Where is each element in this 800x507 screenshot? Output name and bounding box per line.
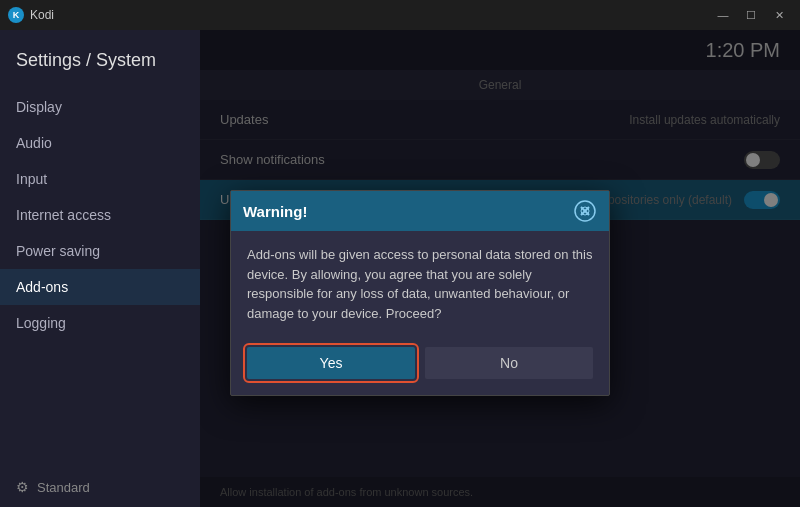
maximize-button[interactable]: ☐ (738, 5, 764, 25)
sidebar-item-internet-access[interactable]: Internet access (0, 197, 200, 233)
sidebar-item-display[interactable]: Display (0, 89, 200, 125)
titlebar: K Kodi — ☐ ✕ (0, 0, 800, 30)
content-area: 1:20 PM General Updates Install updates … (200, 30, 800, 507)
dialog-header: Warning! (231, 191, 609, 231)
dialog-title: Warning! (243, 203, 307, 220)
minimize-button[interactable]: — (710, 5, 736, 25)
warning-dialog: Warning! Add-ons will be given access to… (230, 190, 610, 396)
app-title: Kodi (30, 8, 704, 22)
main-container: Settings / System Display Audio Input In… (0, 30, 800, 507)
kodi-dialog-icon (573, 199, 597, 223)
app-icon: K (8, 7, 24, 23)
window-controls: — ☐ ✕ (710, 5, 792, 25)
gear-icon: ⚙ (16, 479, 29, 495)
sidebar-item-logging[interactable]: Logging (0, 305, 200, 341)
page-title: Settings / System (0, 40, 200, 89)
sidebar-item-power-saving[interactable]: Power saving (0, 233, 200, 269)
sidebar-item-input[interactable]: Input (0, 161, 200, 197)
standard-level-button[interactable]: ⚙ Standard (0, 467, 200, 507)
sidebar-item-audio[interactable]: Audio (0, 125, 200, 161)
close-button[interactable]: ✕ (766, 5, 792, 25)
sidebar: Settings / System Display Audio Input In… (0, 30, 200, 507)
dialog-buttons: Yes No (231, 337, 609, 395)
dialog-body: Add-ons will be given access to personal… (231, 231, 609, 337)
no-button[interactable]: No (425, 347, 593, 379)
sidebar-item-add-ons[interactable]: Add-ons (0, 269, 200, 305)
yes-button[interactable]: Yes (247, 347, 415, 379)
level-label: Standard (37, 480, 90, 495)
